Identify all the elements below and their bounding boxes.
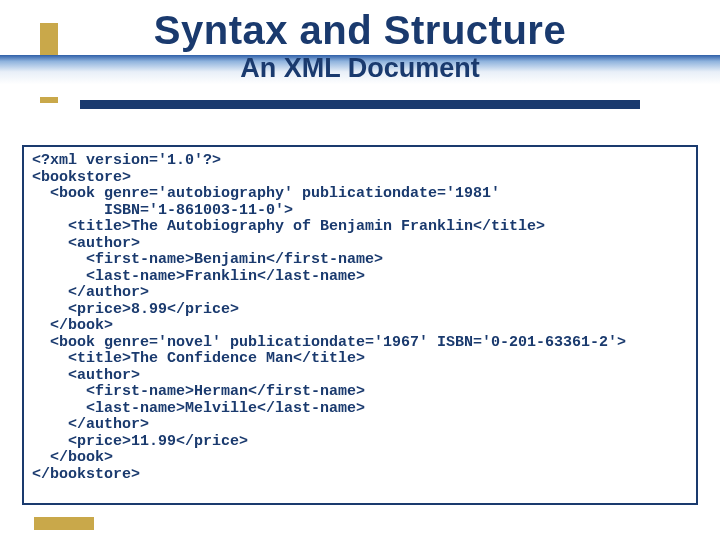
code-line: <?xml version='1.0'?> [32,152,221,169]
subtitle-band: An XML Document [0,55,720,97]
code-line: <last-name>Franklin</last-name> [32,268,365,285]
decor-gold-bar-bottom [34,517,94,530]
slide-title: Syntax and Structure [0,8,720,53]
code-line: <last-name>Melville</last-name> [32,400,365,417]
code-line: <first-name>Herman</first-name> [32,383,365,400]
code-line: </bookstore> [32,466,140,483]
code-line: <title>The Autobiography of Benjamin Fra… [32,218,545,235]
code-line: </book> [32,317,113,334]
code-line: <book genre='novel' publicationdate='196… [32,334,626,351]
code-line: ISBN='1-861003-11-0'> [32,202,293,219]
code-line: <title>The Confidence Man</title> [32,350,365,367]
xml-code-block: <?xml version='1.0'?> <bookstore> <book … [22,145,698,505]
code-line: </author> [32,416,149,433]
code-line: </book> [32,449,113,466]
slide-header: Syntax and Structure An XML Document [0,8,720,97]
code-line: <price>11.99</price> [32,433,248,450]
code-line: <book genre='autobiography' publicationd… [32,185,500,202]
slide: Syntax and Structure An XML Document <?x… [0,0,720,540]
code-line: <first-name>Benjamin</first-name> [32,251,383,268]
code-line: <author> [32,367,140,384]
code-line: <price>8.99</price> [32,301,239,318]
code-line: <bookstore> [32,169,131,186]
slide-subtitle: An XML Document [240,53,480,84]
title-underline [80,100,640,109]
code-line: <author> [32,235,140,252]
code-line: </author> [32,284,149,301]
